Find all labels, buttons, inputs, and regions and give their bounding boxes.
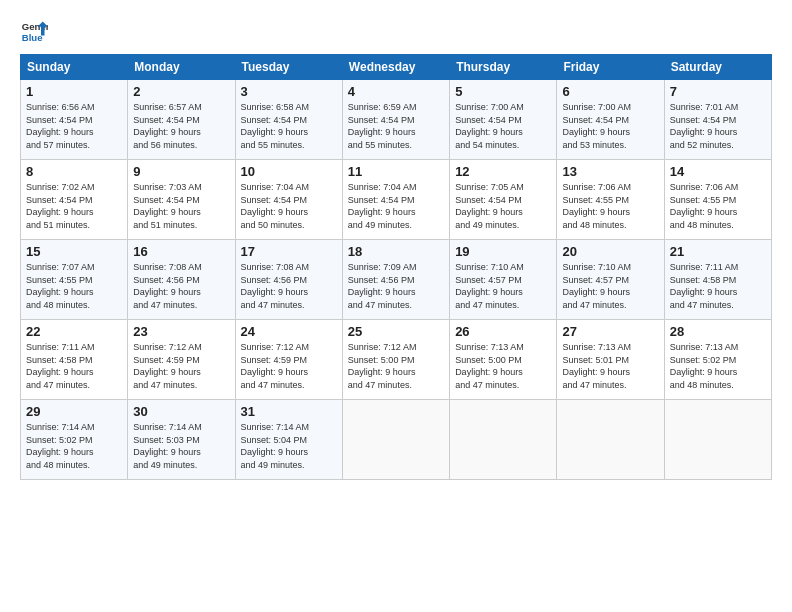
calendar-cell: 7Sunrise: 7:01 AMSunset: 4:54 PMDaylight… xyxy=(664,80,771,160)
cell-info: Sunrise: 7:12 AMSunset: 5:00 PMDaylight:… xyxy=(348,341,444,391)
col-header-thursday: Thursday xyxy=(450,55,557,80)
day-number: 11 xyxy=(348,164,444,179)
cell-info: Sunrise: 7:07 AMSunset: 4:55 PMDaylight:… xyxy=(26,261,122,311)
col-header-tuesday: Tuesday xyxy=(235,55,342,80)
cell-info: Sunrise: 7:13 AMSunset: 5:00 PMDaylight:… xyxy=(455,341,551,391)
calendar-cell xyxy=(664,400,771,480)
cell-info: Sunrise: 7:14 AMSunset: 5:03 PMDaylight:… xyxy=(133,421,229,471)
calendar-cell: 29Sunrise: 7:14 AMSunset: 5:02 PMDayligh… xyxy=(21,400,128,480)
cell-info: Sunrise: 7:04 AMSunset: 4:54 PMDaylight:… xyxy=(241,181,337,231)
day-number: 2 xyxy=(133,84,229,99)
calendar-cell xyxy=(557,400,664,480)
day-number: 16 xyxy=(133,244,229,259)
cell-info: Sunrise: 7:02 AMSunset: 4:54 PMDaylight:… xyxy=(26,181,122,231)
header-row: SundayMondayTuesdayWednesdayThursdayFrid… xyxy=(21,55,772,80)
calendar-cell: 1Sunrise: 6:56 AMSunset: 4:54 PMDaylight… xyxy=(21,80,128,160)
calendar-cell: 22Sunrise: 7:11 AMSunset: 4:58 PMDayligh… xyxy=(21,320,128,400)
day-number: 23 xyxy=(133,324,229,339)
cell-info: Sunrise: 7:13 AMSunset: 5:02 PMDaylight:… xyxy=(670,341,766,391)
day-number: 10 xyxy=(241,164,337,179)
day-number: 3 xyxy=(241,84,337,99)
cell-info: Sunrise: 7:10 AMSunset: 4:57 PMDaylight:… xyxy=(562,261,658,311)
calendar-cell: 11Sunrise: 7:04 AMSunset: 4:54 PMDayligh… xyxy=(342,160,449,240)
cell-info: Sunrise: 6:59 AMSunset: 4:54 PMDaylight:… xyxy=(348,101,444,151)
calendar-cell: 10Sunrise: 7:04 AMSunset: 4:54 PMDayligh… xyxy=(235,160,342,240)
calendar-cell: 3Sunrise: 6:58 AMSunset: 4:54 PMDaylight… xyxy=(235,80,342,160)
calendar-cell: 8Sunrise: 7:02 AMSunset: 4:54 PMDaylight… xyxy=(21,160,128,240)
calendar-cell: 30Sunrise: 7:14 AMSunset: 5:03 PMDayligh… xyxy=(128,400,235,480)
day-number: 26 xyxy=(455,324,551,339)
calendar-cell: 5Sunrise: 7:00 AMSunset: 4:54 PMDaylight… xyxy=(450,80,557,160)
day-number: 20 xyxy=(562,244,658,259)
col-header-saturday: Saturday xyxy=(664,55,771,80)
week-row-4: 22Sunrise: 7:11 AMSunset: 4:58 PMDayligh… xyxy=(21,320,772,400)
calendar-cell: 18Sunrise: 7:09 AMSunset: 4:56 PMDayligh… xyxy=(342,240,449,320)
cell-info: Sunrise: 7:12 AMSunset: 4:59 PMDaylight:… xyxy=(241,341,337,391)
calendar-cell: 28Sunrise: 7:13 AMSunset: 5:02 PMDayligh… xyxy=(664,320,771,400)
day-number: 28 xyxy=(670,324,766,339)
calendar-cell: 14Sunrise: 7:06 AMSunset: 4:55 PMDayligh… xyxy=(664,160,771,240)
page: General Blue SundayMondayTuesdayWednesda… xyxy=(0,0,792,612)
header: General Blue xyxy=(20,18,772,46)
day-number: 5 xyxy=(455,84,551,99)
cell-info: Sunrise: 7:01 AMSunset: 4:54 PMDaylight:… xyxy=(670,101,766,151)
calendar-cell: 6Sunrise: 7:00 AMSunset: 4:54 PMDaylight… xyxy=(557,80,664,160)
logo-icon: General Blue xyxy=(20,18,48,46)
day-number: 24 xyxy=(241,324,337,339)
calendar-cell: 2Sunrise: 6:57 AMSunset: 4:54 PMDaylight… xyxy=(128,80,235,160)
day-number: 17 xyxy=(241,244,337,259)
calendar-cell xyxy=(450,400,557,480)
calendar-cell: 12Sunrise: 7:05 AMSunset: 4:54 PMDayligh… xyxy=(450,160,557,240)
day-number: 14 xyxy=(670,164,766,179)
cell-info: Sunrise: 6:56 AMSunset: 4:54 PMDaylight:… xyxy=(26,101,122,151)
calendar-cell: 24Sunrise: 7:12 AMSunset: 4:59 PMDayligh… xyxy=(235,320,342,400)
calendar-cell: 15Sunrise: 7:07 AMSunset: 4:55 PMDayligh… xyxy=(21,240,128,320)
day-number: 29 xyxy=(26,404,122,419)
day-number: 18 xyxy=(348,244,444,259)
cell-info: Sunrise: 7:04 AMSunset: 4:54 PMDaylight:… xyxy=(348,181,444,231)
calendar-cell: 27Sunrise: 7:13 AMSunset: 5:01 PMDayligh… xyxy=(557,320,664,400)
col-header-wednesday: Wednesday xyxy=(342,55,449,80)
cell-info: Sunrise: 7:11 AMSunset: 4:58 PMDaylight:… xyxy=(670,261,766,311)
cell-info: Sunrise: 7:08 AMSunset: 4:56 PMDaylight:… xyxy=(241,261,337,311)
cell-info: Sunrise: 7:13 AMSunset: 5:01 PMDaylight:… xyxy=(562,341,658,391)
day-number: 9 xyxy=(133,164,229,179)
col-header-friday: Friday xyxy=(557,55,664,80)
day-number: 1 xyxy=(26,84,122,99)
calendar-cell: 26Sunrise: 7:13 AMSunset: 5:00 PMDayligh… xyxy=(450,320,557,400)
calendar-cell: 13Sunrise: 7:06 AMSunset: 4:55 PMDayligh… xyxy=(557,160,664,240)
day-number: 15 xyxy=(26,244,122,259)
cell-info: Sunrise: 7:14 AMSunset: 5:02 PMDaylight:… xyxy=(26,421,122,471)
day-number: 25 xyxy=(348,324,444,339)
day-number: 4 xyxy=(348,84,444,99)
cell-info: Sunrise: 7:11 AMSunset: 4:58 PMDaylight:… xyxy=(26,341,122,391)
cell-info: Sunrise: 7:08 AMSunset: 4:56 PMDaylight:… xyxy=(133,261,229,311)
day-number: 8 xyxy=(26,164,122,179)
cell-info: Sunrise: 7:00 AMSunset: 4:54 PMDaylight:… xyxy=(455,101,551,151)
svg-text:Blue: Blue xyxy=(22,32,43,43)
day-number: 7 xyxy=(670,84,766,99)
day-number: 30 xyxy=(133,404,229,419)
week-row-3: 15Sunrise: 7:07 AMSunset: 4:55 PMDayligh… xyxy=(21,240,772,320)
day-number: 27 xyxy=(562,324,658,339)
cell-info: Sunrise: 7:06 AMSunset: 4:55 PMDaylight:… xyxy=(670,181,766,231)
calendar-cell: 20Sunrise: 7:10 AMSunset: 4:57 PMDayligh… xyxy=(557,240,664,320)
day-number: 22 xyxy=(26,324,122,339)
cell-info: Sunrise: 7:14 AMSunset: 5:04 PMDaylight:… xyxy=(241,421,337,471)
calendar-cell: 4Sunrise: 6:59 AMSunset: 4:54 PMDaylight… xyxy=(342,80,449,160)
calendar-cell: 31Sunrise: 7:14 AMSunset: 5:04 PMDayligh… xyxy=(235,400,342,480)
calendar-cell: 23Sunrise: 7:12 AMSunset: 4:59 PMDayligh… xyxy=(128,320,235,400)
cell-info: Sunrise: 7:00 AMSunset: 4:54 PMDaylight:… xyxy=(562,101,658,151)
calendar-cell: 9Sunrise: 7:03 AMSunset: 4:54 PMDaylight… xyxy=(128,160,235,240)
col-header-monday: Monday xyxy=(128,55,235,80)
day-number: 21 xyxy=(670,244,766,259)
cell-info: Sunrise: 7:12 AMSunset: 4:59 PMDaylight:… xyxy=(133,341,229,391)
cell-info: Sunrise: 6:57 AMSunset: 4:54 PMDaylight:… xyxy=(133,101,229,151)
week-row-5: 29Sunrise: 7:14 AMSunset: 5:02 PMDayligh… xyxy=(21,400,772,480)
calendar-cell: 19Sunrise: 7:10 AMSunset: 4:57 PMDayligh… xyxy=(450,240,557,320)
cell-info: Sunrise: 7:05 AMSunset: 4:54 PMDaylight:… xyxy=(455,181,551,231)
logo: General Blue xyxy=(20,18,48,46)
day-number: 12 xyxy=(455,164,551,179)
col-header-sunday: Sunday xyxy=(21,55,128,80)
day-number: 6 xyxy=(562,84,658,99)
